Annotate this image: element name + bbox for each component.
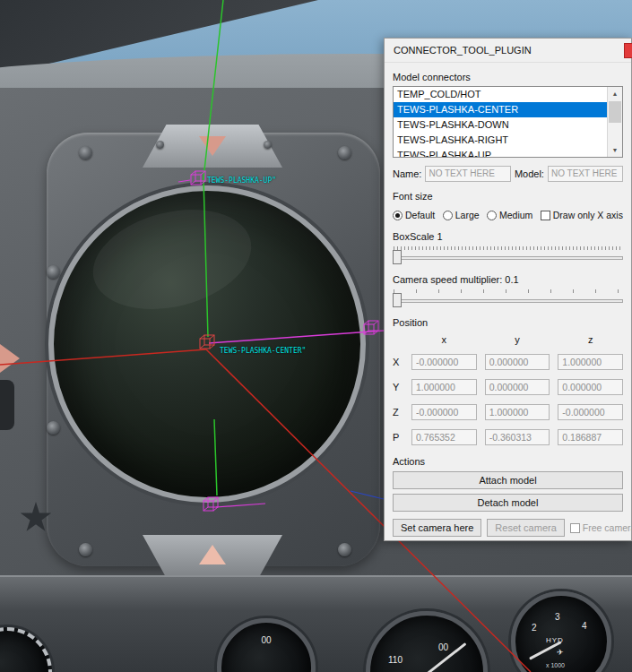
radio-default-label: Default: [405, 210, 435, 220]
screw-icon: [156, 141, 164, 149]
connector-list-item[interactable]: TEMP_COLD/HOT: [394, 87, 607, 102]
pos-field-x0[interactable]: -0.000000: [411, 354, 477, 370]
screw-icon: [338, 543, 351, 556]
pos-field-y0[interactable]: 1.000000: [411, 379, 477, 395]
pos-field-p2[interactable]: 0.186887: [558, 429, 623, 445]
radio-medium-label: Medium: [499, 210, 532, 220]
screw-icon: [47, 421, 60, 435]
name-label: Name:: [393, 168, 421, 179]
radio-default[interactable]: Default: [393, 210, 435, 220]
slider-ticks: [394, 289, 622, 293]
radio-icon: [393, 211, 403, 220]
position-label: Position: [393, 317, 623, 328]
boxscale-label: BoxScale 1: [393, 231, 623, 242]
pos-col-y: y: [485, 334, 550, 345]
pos-row-label: P: [393, 432, 403, 443]
screw-icon: [338, 146, 351, 159]
screw-icon: [79, 543, 92, 556]
slider-track[interactable]: [393, 299, 623, 303]
boxscale-slider[interactable]: [393, 246, 623, 265]
set-camera-here-button[interactable]: Set camera here: [393, 519, 481, 537]
alignment-arrow-bottom: [199, 545, 226, 564]
free-camera-mode-label: Free camera mode: [583, 522, 632, 533]
pos-field-x2[interactable]: 1.000000: [558, 354, 623, 370]
slider-track[interactable]: [393, 256, 623, 260]
window-title: CONNECTOR_TOOL_PLUGIN: [394, 45, 532, 56]
connector-label-center: TEWS-PLASHKA-CENTER": [220, 347, 306, 355]
camera-speed-label: Camera speed multiplier: 0.1: [393, 274, 623, 285]
scroll-thumb[interactable]: [609, 101, 621, 123]
pos-field-z0[interactable]: -0.000000: [411, 404, 477, 420]
radio-icon: [487, 211, 497, 220]
airspeed-tick-label: 110: [388, 655, 403, 665]
alignment-arrow-left: [0, 344, 20, 373]
hyd-tick-2: 2: [532, 623, 537, 633]
scroll-up-icon[interactable]: ▲: [608, 87, 622, 100]
radio-large-label: Large: [455, 210, 480, 220]
scrollbar[interactable]: ▲ ▼: [607, 87, 622, 157]
pos-col-z: z: [558, 334, 623, 345]
model-field[interactable]: NO TEXT HERE: [548, 166, 623, 182]
radio-icon: [443, 211, 453, 220]
detach-model-button[interactable]: Detach model: [393, 494, 623, 512]
hyd-scale-note: x 1000: [546, 662, 565, 668]
pos-field-y1[interactable]: 0.000000: [485, 379, 550, 395]
connector-list-item[interactable]: TEWS-PLASHKA-UP: [394, 148, 607, 158]
reset-camera-button[interactable]: Reset camera: [487, 519, 564, 537]
pos-field-x1[interactable]: 0.000000: [485, 354, 550, 370]
screw-icon: [47, 265, 60, 279]
slider-handle[interactable]: [393, 293, 402, 307]
connector-list-item[interactable]: TEWS-PLASHKA-RIGHT: [394, 133, 607, 148]
connector-label-up: TEWS-PLASHKA-UP": [207, 177, 276, 185]
connector-tool-plugin-window: CONNECTOR_TOOL_PLUGIN Model connectors T…: [384, 38, 632, 541]
pos-col-x: x: [411, 334, 477, 345]
model-connectors-label: Model connectors: [393, 72, 623, 82]
hyd-tick-3: 3: [555, 612, 560, 622]
position-matrix: x y z X -0.000000 0.000000 1.000000 Y 1.…: [393, 334, 623, 445]
radio-medium[interactable]: Medium: [487, 210, 532, 220]
pos-field-z2[interactable]: -0.000000: [558, 404, 623, 420]
hyd-tick-4: 4: [582, 621, 587, 631]
connector-list-item[interactable]: TEWS-PLASHKA-DOWN: [394, 117, 607, 133]
connector-list-item-selected[interactable]: TEWS-PLASHKA-CENTER: [394, 102, 607, 117]
checkbox-icon: [570, 523, 580, 533]
screen: 00 110 00 2 3 4 HYD ✈ x 1000: [0, 0, 632, 672]
panel-notch: [0, 380, 14, 430]
checkbox-draw-x-axis[interactable]: Draw only X axis: [541, 210, 623, 220]
name-field[interactable]: NO TEXT HERE: [425, 166, 510, 182]
radio-large[interactable]: Large: [443, 210, 480, 220]
screw-icon: [79, 146, 92, 159]
pos-field-p0[interactable]: 0.765352: [411, 429, 477, 445]
airspeed-drum-value: 00: [438, 642, 448, 652]
slider-handle[interactable]: [393, 250, 402, 264]
free-camera-mode-checkbox[interactable]: Free camera mode: [570, 522, 632, 533]
gauge-left-value: 00: [261, 635, 271, 645]
pos-field-p1[interactable]: -0.360313: [485, 429, 550, 445]
font-size-label: Font size: [393, 191, 623, 202]
pos-row-label: Z: [393, 407, 403, 418]
close-button[interactable]: [624, 43, 632, 58]
aircraft-icon: ✈: [557, 648, 564, 657]
pos-row-label: X: [393, 357, 403, 367]
radar-scope: [48, 185, 366, 503]
font-size-options: Default Large Medium Draw only X axis: [393, 210, 623, 220]
model-label: Model:: [515, 168, 544, 179]
actions-label: Actions: [393, 456, 623, 467]
slider-ticks: [394, 246, 622, 250]
screw-icon: [264, 141, 272, 149]
draw-x-axis-label: Draw only X axis: [553, 210, 623, 220]
camera-speed-slider[interactable]: [393, 289, 623, 308]
pos-row-label: Y: [393, 382, 403, 392]
pos-field-y2[interactable]: 0.000000: [558, 379, 623, 395]
alignment-arrow-top: [199, 136, 226, 156]
attach-model-button[interactable]: Attach model: [393, 471, 623, 489]
connector-list[interactable]: TEMP_COLD/HOT TEWS-PLASHKA-CENTER TEWS-P…: [393, 86, 623, 158]
checkbox-icon: [541, 211, 550, 220]
window-titlebar[interactable]: CONNECTOR_TOOL_PLUGIN: [385, 39, 631, 63]
pos-field-z1[interactable]: 1.000000: [485, 404, 550, 420]
scroll-down-icon[interactable]: ▼: [608, 143, 622, 157]
